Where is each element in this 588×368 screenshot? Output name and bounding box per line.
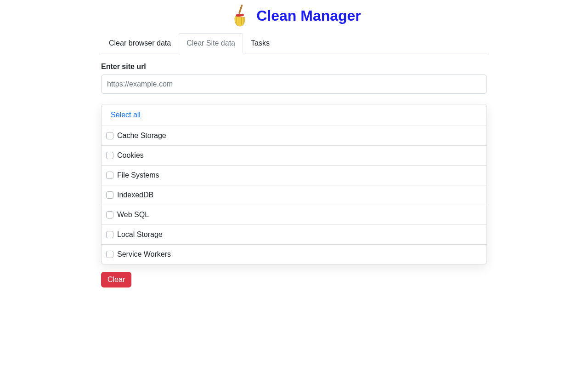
tab-content: Enter site url Select all Cache Storage … [101,53,487,288]
option-label: Web SQL [117,211,149,219]
options-panel: Select all Cache Storage Cookies File Sy… [101,104,487,264]
checkbox-cookies[interactable] [106,152,113,159]
checkbox-web-sql[interactable] [106,211,113,218]
checkbox-local-storage[interactable] [106,231,113,238]
options-panel-header: Select all [102,104,486,126]
option-label: Local Storage [117,230,163,239]
list-item[interactable]: Service Workers [102,244,486,264]
checkbox-cache-storage[interactable] [106,132,113,139]
clear-button[interactable]: Clear [101,272,131,288]
list-item[interactable]: Web SQL [102,205,486,224]
select-all-link[interactable]: Select all [111,111,141,119]
app-title: Clean Manager [256,7,361,24]
svg-rect-1 [236,14,244,17]
checkbox-indexeddb[interactable] [106,191,113,199]
list-item[interactable]: Cookies [102,145,486,165]
list-item[interactable]: IndexedDB [102,185,486,205]
list-item[interactable]: File Systems [102,165,486,185]
checkbox-service-workers[interactable] [106,251,113,258]
main-tabs: Clear browser data Clear Site data Tasks [101,33,487,53]
checkbox-file-systems[interactable] [106,172,113,179]
option-label: Cache Storage [117,132,166,140]
site-url-label: Enter site url [101,63,487,71]
tab-clear-site-data[interactable]: Clear Site data [179,33,243,53]
site-url-input[interactable] [101,75,487,94]
broom-icon [227,3,253,29]
app-container: Clean Manager Clear browser data Clear S… [96,0,492,288]
svg-rect-0 [238,4,243,14]
tab-clear-browser-data[interactable]: Clear browser data [101,33,179,53]
app-header: Clean Manager [101,0,487,33]
option-label: Service Workers [117,250,171,259]
option-label: File Systems [117,171,159,179]
tab-tasks[interactable]: Tasks [243,33,277,53]
option-label: IndexedDB [117,191,153,199]
options-list: Cache Storage Cookies File Systems Index… [102,126,486,264]
list-item[interactable]: Local Storage [102,224,486,244]
list-item[interactable]: Cache Storage [102,126,486,145]
option-label: Cookies [117,151,144,160]
